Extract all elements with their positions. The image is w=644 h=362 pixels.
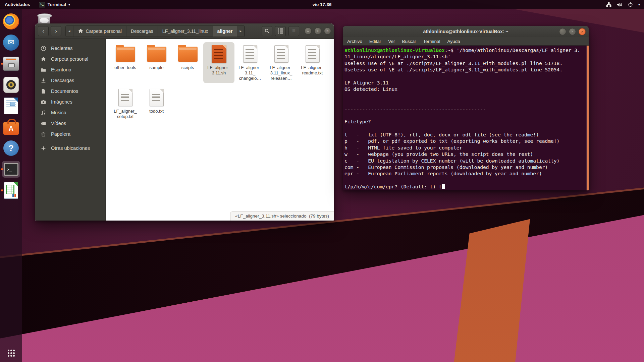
libreoffice-writer-icon [4, 98, 18, 114]
documents-icon [41, 88, 46, 94]
terminal-line [344, 99, 589, 105]
dock-item-terminal[interactable]: >_ [2, 161, 20, 178]
help-icon: ? [3, 140, 19, 156]
clock[interactable]: vie 17:36 [312, 2, 331, 7]
menu-editar[interactable]: Editar [369, 39, 381, 44]
thunderbird-icon: ✉ [3, 35, 19, 51]
path-segment-home[interactable]: Carpeta personal [73, 26, 126, 37]
file-item-lf-aligner-sh-selected[interactable]: LF_aligner_ 3.11.sh [203, 42, 234, 83]
text-file-icon [306, 45, 320, 63]
terminal-icon: >_ [4, 163, 18, 176]
chevron-down-icon: ▾ [68, 3, 70, 6]
terminal-line: p - pdf, or pdf exported to txt (exporti… [344, 138, 589, 144]
sidebar-label: Imágenes [51, 99, 72, 105]
file-label: todo.txt [149, 109, 164, 114]
forward-button[interactable]: › [51, 26, 61, 36]
desktop: Actividades >_ Terminal ▾ vie 17:36 [0, 0, 644, 362]
minimize-button[interactable]: – [559, 28, 566, 35]
system-tray[interactable]: ▾ [606, 2, 644, 7]
menu-ayuda[interactable]: Ayuda [447, 39, 460, 44]
terminal-menubar: Archivo Editar Ver Buscar Terminal Ayuda [343, 37, 589, 46]
close-button[interactable]: × [579, 28, 586, 35]
power-icon [628, 2, 633, 7]
minimize-button[interactable]: – [305, 27, 312, 35]
sidebar-item-documentos[interactable]: Documentos [35, 86, 105, 97]
file-item-releasenotes[interactable]: LF_aligner_ 3.11_linux_ releasen… [266, 42, 297, 83]
maximize-button[interactable]: ▫ [314, 27, 321, 35]
scrollbar-thumb[interactable] [587, 46, 589, 190]
terminal-line [344, 93, 589, 99]
close-button[interactable]: × [324, 27, 331, 35]
file-item-changelog[interactable]: LF_aligner_ 3.11_ changelo… [234, 42, 266, 83]
terminal-line: Useless use of \E at ./scripts/LF_aligne… [344, 60, 589, 66]
trash-icon [41, 131, 46, 137]
menu-buscar[interactable]: Buscar [402, 39, 416, 44]
path-label: LF_aligner_3.11_linux [162, 28, 208, 34]
downloads-icon [41, 78, 46, 83]
sidebar-item-escritorio[interactable]: Escritorio [35, 64, 105, 75]
dock-item-writer[interactable] [2, 98, 20, 114]
menu-terminal[interactable]: Terminal [423, 39, 440, 44]
sidebar-label: Vídeos [51, 121, 66, 126]
dock-item-files[interactable] [2, 55, 20, 72]
file-item-readme[interactable]: LF_aligner_ readme.txt [297, 42, 328, 83]
path-scroll-right[interactable]: ▸ [237, 26, 245, 37]
terminal-scrollbar[interactable] [586, 46, 589, 190]
sidebar-item-papelera[interactable]: Papelera [35, 129, 105, 139]
prompt-suffix: :~$ [445, 47, 457, 53]
file-item-todo[interactable]: todo.txt [141, 86, 172, 121]
menu-archivo[interactable]: Archivo [347, 39, 362, 44]
sidebar-label: Descargas [51, 78, 74, 83]
maximize-button[interactable]: ▫ [569, 28, 576, 35]
terminal-line [344, 112, 589, 118]
dock-item-calc[interactable] [2, 182, 20, 199]
file-item-scripts[interactable]: scripts [172, 42, 203, 83]
network-icon [606, 2, 611, 7]
dock-item-firefox[interactable] [2, 13, 20, 30]
shell-script-icon [212, 45, 226, 63]
file-item-other-tools[interactable]: other_tools [110, 42, 141, 83]
dock-item-software[interactable]: A [2, 119, 20, 135]
dock-item-thunderbird[interactable]: ✉ [2, 34, 20, 51]
home-icon [41, 56, 46, 62]
search-button[interactable] [262, 26, 272, 36]
top-bar: Actividades >_ Terminal ▾ vie 17:36 [0, 0, 644, 9]
libreoffice-calc-icon [4, 182, 18, 199]
back-button[interactable]: ‹ [38, 26, 49, 36]
show-applications-button[interactable] [7, 349, 15, 357]
sidebar-item-descargas[interactable]: Descargas [35, 75, 105, 86]
sidebar-item-videos[interactable]: Vídeos [35, 118, 105, 129]
menu-ver[interactable]: Ver [388, 39, 395, 44]
terminal-titlebar[interactable]: athlonlinux@athlonlinux-VirtualBox: ~ – … [343, 26, 589, 38]
sidebar-item-carpeta-personal[interactable]: Carpeta personal [35, 54, 105, 64]
terminal-content[interactable]: athlonlinux@athlonlinux-VirtualBox:~$ '/… [343, 46, 589, 190]
file-item-setup[interactable]: LF_aligner_ setup.txt [110, 86, 141, 121]
videos-icon [41, 121, 46, 126]
text-file-icon [118, 89, 132, 106]
rhythmbox-icon [3, 77, 19, 93]
sidebar-item-musica[interactable]: Música [35, 107, 105, 118]
terminal-input-line: t/p/h/w/c/com/epr? (Default: t) t [344, 183, 589, 190]
sidebar-label: Documentos [51, 88, 78, 94]
plus-icon [41, 145, 46, 151]
path-segment-descargas[interactable]: Descargas [126, 26, 158, 37]
sidebar-item-recientes[interactable]: Recientes [35, 43, 105, 54]
view-toggle-button[interactable] [275, 26, 286, 36]
file-item-sample[interactable]: sample [141, 42, 172, 83]
dock-item-rhythmbox[interactable] [2, 76, 20, 93]
menu-button[interactable]: ≡ [288, 26, 299, 36]
activities-button[interactable]: Actividades [5, 2, 30, 7]
prompt-user: athlonlinux@athlonlinux-VirtualBox [344, 47, 445, 53]
terminal-line [344, 177, 589, 183]
path-segment-lf-aligner[interactable]: LF_aligner_3.11_linux [158, 26, 213, 37]
selection-status-bar: «LF_aligner_3.11.sh» seleccionado (79 by… [230, 212, 334, 221]
dock-item-help[interactable]: ? [2, 140, 20, 157]
terminal-line: Useless use of \E at ./scripts/LF_aligne… [344, 66, 589, 73]
sidebar-item-imagenes[interactable]: Imágenes [35, 97, 105, 107]
path-scroll-left[interactable]: ◂ [66, 26, 73, 37]
sidebar-item-otras-ubicaciones[interactable]: Otras ubicaciones [35, 143, 105, 154]
sidebar-label: Recientes [51, 46, 72, 51]
text-cursor [442, 184, 445, 189]
app-menu-button[interactable]: >_ Terminal ▾ [39, 2, 70, 7]
path-segment-aligner-current[interactable]: aligner [213, 26, 237, 37]
